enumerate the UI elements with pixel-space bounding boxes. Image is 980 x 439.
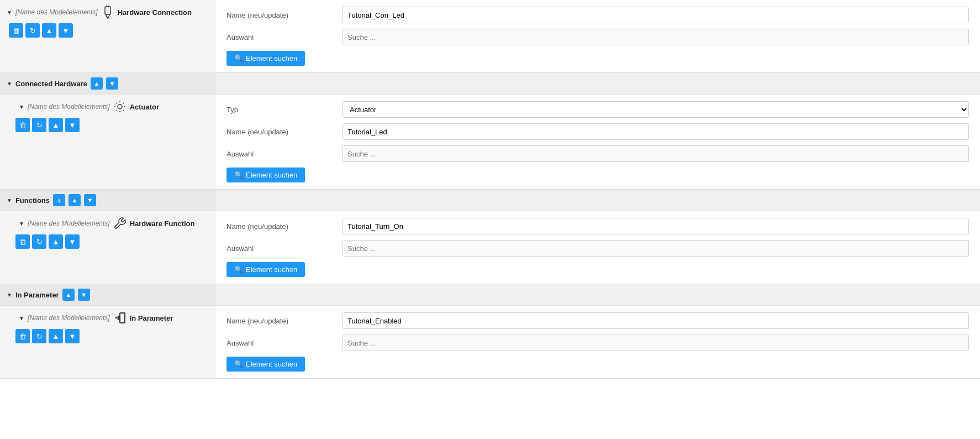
functions-title: Functions bbox=[15, 196, 50, 205]
hc-auswahl-input[interactable] bbox=[343, 29, 969, 45]
hardware-connection-delete-btn[interactable]: 🗑 bbox=[9, 23, 23, 38]
in-param-btn-group: 🗑 ↻ ▲ ▼ bbox=[15, 329, 208, 343]
actuator-down-btn[interactable]: ▼ bbox=[65, 118, 80, 132]
in-param-model-label: [Name des Modellelements] bbox=[28, 314, 110, 322]
hc-auswahl-label: Auswahl bbox=[226, 33, 337, 41]
hardware-connection-btn-group: 🗑 ↻ ▲ ▼ bbox=[9, 23, 208, 38]
hardware-connection-down-btn[interactable]: ▼ bbox=[59, 23, 73, 38]
hf-name-label: Name (neu/update) bbox=[226, 222, 337, 231]
hf-auswahl-input[interactable] bbox=[343, 240, 969, 257]
actuator-up-btn[interactable]: ▲ bbox=[49, 118, 63, 132]
actuator-element-suchen-btn[interactable]: 🔍 Element suchen bbox=[226, 168, 305, 182]
hardware-connection-refresh-btn[interactable]: ↻ bbox=[25, 23, 40, 38]
actuator-delete-btn[interactable]: 🗑 bbox=[15, 118, 30, 132]
in-param-delete-btn[interactable]: 🗑 bbox=[15, 329, 30, 343]
hardware-connection-icon bbox=[101, 6, 114, 19]
ip-name-label: Name (neu/update) bbox=[226, 317, 337, 325]
hardware-connection-model-label: [Name des Modellelements] bbox=[15, 8, 98, 16]
actuator-auswahl-input[interactable] bbox=[343, 145, 969, 162]
ip-search-icon: 🔍 bbox=[234, 360, 243, 368]
actuator-search-icon: 🔍 bbox=[234, 171, 243, 179]
actuator-name-label: Name (neu/update) bbox=[226, 128, 337, 136]
in-param-up-btn[interactable]: ▲ bbox=[49, 329, 63, 343]
svg-point-4 bbox=[118, 104, 122, 109]
hf-auswahl-label: Auswahl bbox=[226, 244, 337, 253]
actuator-chevron[interactable]: ▼ bbox=[19, 104, 24, 110]
hardware-function-chevron[interactable]: ▼ bbox=[19, 221, 24, 227]
hc-search-icon: 🔍 bbox=[234, 54, 243, 62]
ip-auswahl-label: Auswahl bbox=[226, 339, 337, 347]
hf-element-suchen-btn[interactable]: 🔍 Element suchen bbox=[226, 262, 305, 277]
in-parameter-title: In Parameter bbox=[15, 291, 59, 299]
connected-hardware-title: Connected Hardware bbox=[15, 80, 87, 88]
in-param-refresh-btn[interactable]: ↻ bbox=[32, 329, 46, 343]
connected-hardware-chevron[interactable]: ▼ bbox=[7, 81, 12, 87]
hc-name-label: Name (neu/update) bbox=[226, 11, 337, 19]
hardware-function-title: Hardware Function bbox=[130, 220, 195, 228]
functions-add-btn[interactable]: + bbox=[53, 194, 65, 206]
hardware-function-model-label: [Name des Modellelements] bbox=[28, 220, 110, 227]
hardware-connection-up-btn[interactable]: ▲ bbox=[42, 23, 56, 38]
ip-auswahl-input[interactable] bbox=[343, 335, 969, 351]
hardware-connection-title: Hardware Connection bbox=[118, 8, 192, 17]
actuator-title: Actuator bbox=[130, 103, 159, 111]
ip-element-suchen-btn[interactable]: 🔍 Element suchen bbox=[226, 357, 305, 372]
actuator-typ-select[interactable]: Actuator bbox=[343, 101, 969, 118]
in-param-down-btn[interactable]: ▼ bbox=[65, 329, 80, 343]
actuator-btn-group: 🗑 ↻ ▲ ▼ bbox=[15, 118, 208, 132]
in-parameter-chevron[interactable]: ▼ bbox=[7, 292, 12, 298]
ip-name-input[interactable] bbox=[343, 312, 969, 329]
in-param-title: In Parameter bbox=[130, 314, 173, 322]
hardware-function-btn-group: 🗑 ↻ ▲ ▼ bbox=[15, 234, 208, 249]
hc-name-input[interactable] bbox=[343, 7, 969, 23]
in-param-item-chevron[interactable]: ▼ bbox=[19, 315, 24, 321]
functions-chevron[interactable]: ▼ bbox=[7, 197, 12, 203]
svg-point-3 bbox=[107, 17, 108, 18]
hardware-connection-chevron[interactable]: ▼ bbox=[7, 9, 12, 15]
actuator-typ-label: Typ bbox=[226, 106, 337, 114]
functions-down-btn[interactable]: ▼ bbox=[84, 194, 96, 206]
connected-hardware-up-btn[interactable]: ▲ bbox=[91, 77, 103, 90]
svg-rect-0 bbox=[105, 7, 110, 14]
connected-hardware-down-btn[interactable]: ▼ bbox=[106, 77, 118, 90]
actuator-name-input[interactable] bbox=[343, 123, 969, 140]
functions-up-btn[interactable]: ▲ bbox=[69, 194, 81, 206]
actuator-auswahl-label: Auswahl bbox=[226, 150, 337, 158]
hf-search-icon: 🔍 bbox=[234, 265, 243, 274]
actuator-icon bbox=[113, 100, 127, 113]
hf-name-input[interactable] bbox=[343, 218, 969, 234]
hardware-function-refresh-btn[interactable]: ↻ bbox=[32, 234, 46, 249]
hc-element-suchen-btn[interactable]: 🔍 Element suchen bbox=[226, 51, 305, 66]
actuator-model-label: [Name des Modellelements] bbox=[28, 103, 110, 111]
actuator-refresh-btn[interactable]: ↻ bbox=[32, 118, 46, 132]
hardware-function-icon bbox=[113, 217, 127, 230]
hardware-function-down-btn[interactable]: ▼ bbox=[65, 234, 80, 249]
in-parameter-icon bbox=[113, 311, 127, 325]
in-parameter-down-btn[interactable]: ▼ bbox=[78, 289, 90, 301]
hardware-function-up-btn[interactable]: ▲ bbox=[49, 234, 63, 249]
hardware-function-delete-btn[interactable]: 🗑 bbox=[15, 234, 30, 249]
in-parameter-up-btn[interactable]: ▲ bbox=[62, 289, 75, 301]
